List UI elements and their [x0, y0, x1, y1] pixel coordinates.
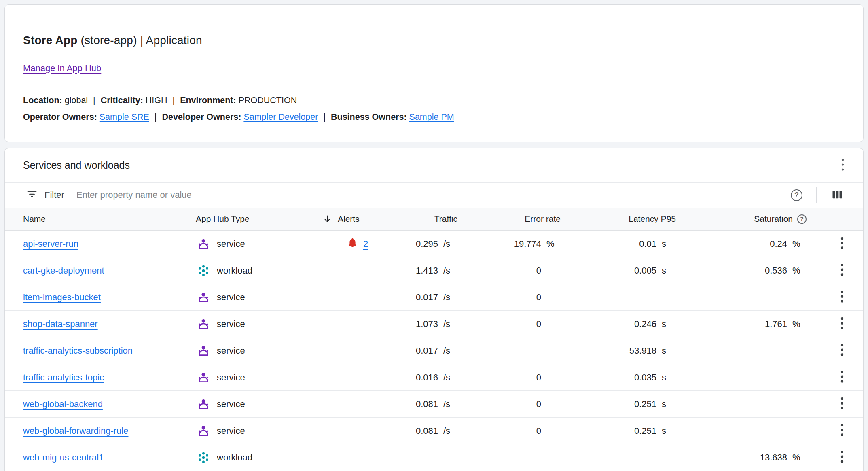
name-cell: cart-gke-deployment	[5, 257, 195, 284]
operator-owner-link[interactable]: Sample SRE	[100, 112, 149, 122]
app-hub-type-label: service	[217, 399, 245, 409]
table-row: api-server-run service 2 0.295 /s 19.774…	[5, 231, 863, 257]
row-menu-button[interactable]	[836, 394, 849, 414]
saturation-cell	[678, 337, 809, 364]
traffic-cell: 0.295 /s	[407, 231, 460, 257]
traffic-value: 0.081	[416, 399, 438, 409]
traffic-value: 0.017	[416, 292, 438, 303]
error-rate-value: 0	[536, 292, 541, 303]
toolbar-divider	[816, 187, 817, 203]
error-rate-value: 0	[536, 265, 541, 276]
row-name-link[interactable]: web-global-backend	[23, 399, 103, 409]
latency-p95-value: 0.251	[634, 426, 656, 436]
latency-p95-unit: s	[656, 372, 676, 383]
traffic-unit: /s	[438, 265, 457, 276]
traffic-cell: 0.017 /s	[407, 337, 460, 364]
business-owners-label: Business Owners:	[331, 112, 407, 122]
latency-p95-value: 0.005	[634, 265, 656, 276]
saturation-cell	[678, 418, 809, 444]
saturation-cell: 1.761 %	[678, 311, 809, 337]
error-rate-cell: 0	[460, 257, 563, 284]
column-header-latency-p95[interactable]: Latency P95	[563, 208, 678, 230]
saturation-value: 13.638	[760, 452, 787, 463]
row-name-link[interactable]: traffic-analytics-subscription	[23, 346, 133, 356]
alert-count-link[interactable]: 2	[363, 239, 368, 249]
row-menu-button[interactable]	[836, 420, 849, 441]
row-name-link[interactable]: item-images-bucket	[23, 292, 101, 303]
saturation-cell: 0.536 %	[678, 257, 809, 284]
alerts-cell	[316, 257, 407, 284]
error-rate-cell	[460, 444, 563, 471]
row-actions-cell	[809, 257, 863, 284]
row-name-link[interactable]: api-server-run	[23, 239, 78, 249]
row-name-link[interactable]: web-mig-us-central1	[23, 452, 104, 463]
traffic-unit: /s	[438, 239, 457, 249]
separator: |	[323, 112, 326, 122]
separator: |	[173, 95, 175, 105]
row-actions-cell	[809, 311, 863, 337]
row-menu-button[interactable]	[836, 287, 849, 308]
row-name-link[interactable]: traffic-analytics-topic	[23, 372, 104, 383]
column-header-error-rate[interactable]: Error rate	[460, 208, 563, 230]
name-cell: item-images-bucket	[5, 284, 195, 310]
saturation-unit: %	[787, 239, 807, 249]
latency-p95-value: 0.01	[639, 239, 656, 249]
row-menu-button[interactable]	[836, 340, 849, 361]
row-name-link[interactable]: cart-gke-deployment	[23, 265, 104, 276]
alerts-cell	[316, 391, 407, 417]
alerts-cell	[316, 444, 407, 471]
app-hub-type-cell: service	[195, 337, 316, 364]
traffic-value: 1.413	[416, 265, 438, 276]
row-menu-button[interactable]	[836, 447, 849, 468]
panel-title: Services and workloads	[23, 159, 130, 171]
manage-in-app-hub-link[interactable]: Manage in App Hub	[23, 63, 101, 73]
app-metadata-line-2: Operator Owners: Sample SRE | Developer …	[23, 109, 845, 125]
row-actions-cell	[809, 231, 863, 257]
row-menu-button[interactable]	[836, 233, 849, 254]
saturation-unit: %	[787, 265, 807, 276]
row-actions-cell	[809, 284, 863, 310]
latency-p95-cell: 0.251 s	[563, 418, 678, 444]
name-cell: api-server-run	[5, 231, 195, 257]
app-hub-type-cell: service	[195, 418, 316, 444]
row-menu-button[interactable]	[836, 260, 849, 281]
row-name-link[interactable]: web-global-forwarding-rule	[23, 426, 128, 436]
app-hub-type-label: service	[217, 292, 245, 303]
latency-p95-unit: s	[656, 265, 676, 276]
help-icon: ?	[791, 189, 802, 201]
panel-menu-button[interactable]	[838, 155, 848, 176]
alerts-cell	[316, 337, 407, 364]
filter-help-button[interactable]: ?	[788, 186, 806, 204]
column-display-button[interactable]	[827, 185, 847, 206]
error-rate-value: 0	[536, 399, 541, 409]
panel-header: Services and workloads	[5, 148, 863, 183]
row-name-link[interactable]: shop-data-spanner	[23, 319, 98, 329]
row-actions-cell	[809, 391, 863, 417]
error-rate-cell: 0	[460, 311, 563, 337]
alerts-cell	[316, 364, 407, 390]
app-metadata-line-1: Location: global | Criticality: HIGH | E…	[23, 92, 845, 109]
app-hub-type-cell: service	[195, 284, 316, 310]
filter-input[interactable]	[76, 189, 788, 201]
table-row: web-global-backend service 0.081 /s 0	[5, 391, 863, 418]
developer-owner-link[interactable]: Sampler Developer	[243, 112, 318, 122]
row-menu-button[interactable]	[836, 314, 849, 334]
app-hub-type-label: service	[217, 426, 245, 436]
row-menu-button[interactable]	[836, 367, 849, 388]
environment-label: Environment:	[180, 95, 236, 105]
traffic-value: 0.081	[416, 426, 438, 436]
saturation-help-icon[interactable]: ?	[797, 214, 807, 224]
service-icon	[197, 397, 210, 411]
column-header-name[interactable]: Name	[5, 208, 195, 230]
column-header-alerts[interactable]: Alerts	[316, 208, 407, 230]
business-owner-link[interactable]: Sample PM	[409, 112, 454, 122]
table-header-row: Name App Hub Type Alerts Traffic Error r…	[5, 208, 863, 231]
column-header-app-hub-type[interactable]: App Hub Type	[195, 208, 316, 230]
column-header-saturation[interactable]: Saturation ?	[678, 208, 809, 230]
traffic-unit: /s	[438, 346, 457, 356]
column-header-saturation-label: Saturation	[754, 214, 793, 224]
criticality-value: HIGH	[146, 95, 167, 105]
traffic-unit: /s	[438, 426, 457, 436]
latency-p95-cell	[563, 284, 678, 310]
column-header-traffic[interactable]: Traffic	[407, 208, 460, 230]
